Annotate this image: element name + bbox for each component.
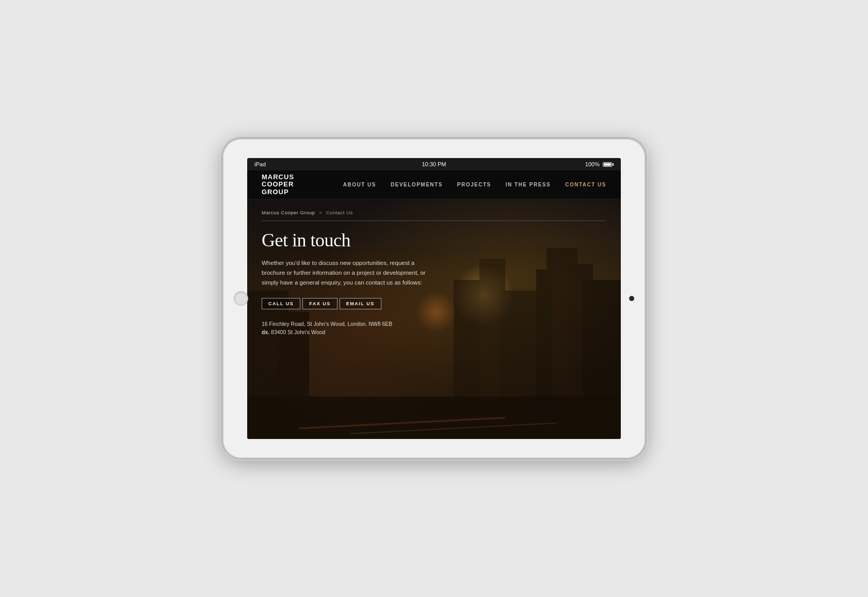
call-us-button[interactable]: CALL US (262, 298, 300, 309)
breadcrumb-separator: > (319, 210, 322, 215)
address-dx-label: dx. (262, 329, 269, 335)
battery-icon (603, 162, 614, 167)
nav-about-us[interactable]: ABOUT US (343, 182, 376, 187)
ipad-screen: iPad 10:30 PM 100% (247, 158, 621, 439)
nav-contact-us[interactable]: CONTACT US (565, 182, 606, 187)
page-title: Get in touch (262, 230, 606, 251)
home-button[interactable] (234, 291, 248, 306)
nav-projects[interactable]: PROJECTS (457, 182, 491, 187)
nav-bar: MARCUS COOPER GROUP ABOUT US DEVELOPMENT… (247, 170, 621, 199)
breadcrumb-home[interactable]: Marcus Cooper Group (262, 210, 315, 215)
address-line1: 16 Finchley Road, St John's Wood, London… (262, 320, 606, 328)
camera-right (629, 296, 634, 301)
status-time: 10:30 PM (422, 161, 446, 167)
ipad-device: iPad 10:30 PM 100% (222, 138, 646, 459)
status-right-group: 100% (585, 161, 614, 167)
fax-us-button[interactable]: FAX US (302, 298, 337, 309)
battery-percentage: 100% (585, 161, 600, 167)
action-buttons-group: CALL US FAX US EMAIL US (262, 298, 606, 309)
status-device-name: iPad (254, 161, 266, 167)
page-description: Whether you'd like to discuss new opport… (262, 258, 427, 288)
page-content: Marcus Cooper Group > Contact Us Get in … (247, 199, 621, 439)
address-dx: dx. 83400 St John's Wood (262, 328, 606, 337)
breadcrumb: Marcus Cooper Group > Contact Us (262, 210, 606, 221)
site-logo[interactable]: MARCUS COOPER GROUP (262, 174, 294, 196)
status-bar: iPad 10:30 PM 100% (247, 158, 621, 170)
logo-line3: GROUP (262, 188, 294, 196)
address-dx-value: 83400 St John's Wood (271, 329, 325, 335)
address-block: 16 Finchley Road, St John's Wood, London… (262, 320, 606, 337)
breadcrumb-current: Contact Us (326, 210, 353, 215)
website: MARCUS COOPER GROUP ABOUT US DEVELOPMENT… (247, 170, 621, 439)
email-us-button[interactable]: EMAIL US (340, 298, 381, 309)
logo-line1: MARCUS (262, 174, 294, 181)
nav-in-the-press[interactable]: IN THE PRESS (506, 182, 551, 187)
nav-developments[interactable]: DEVELOPMENTS (391, 182, 443, 187)
logo-line2: COOPER (262, 181, 294, 188)
main-nav: ABOUT US DEVELOPMENTS PROJECTS IN THE PR… (343, 182, 606, 187)
